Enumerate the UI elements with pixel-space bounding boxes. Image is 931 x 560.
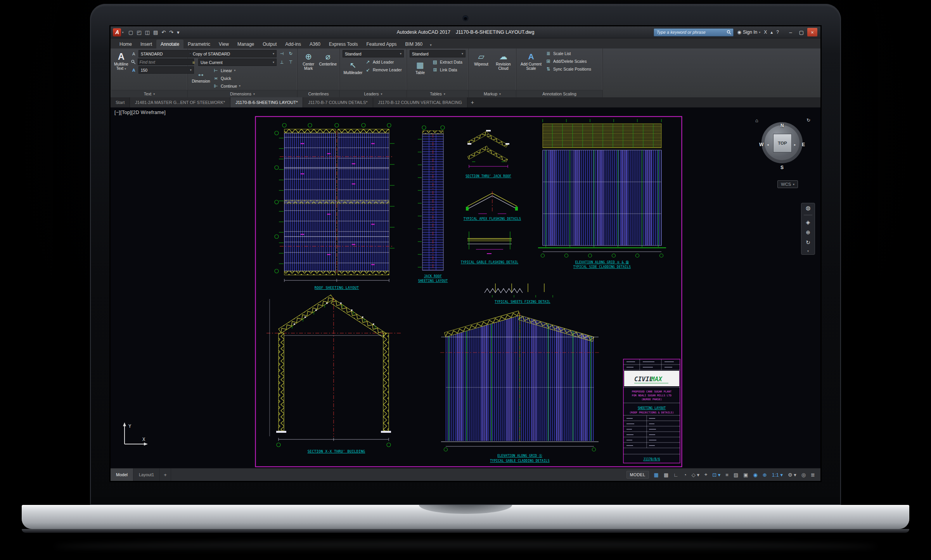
ribbon-tab-insert[interactable]: Insert	[136, 40, 156, 48]
add-leader-button[interactable]: ↗Add Leader	[365, 59, 404, 65]
centerline-button[interactable]: ⌀ Centerline	[319, 50, 337, 89]
file-tab-start[interactable]: Start	[111, 97, 130, 107]
drawing-sheet[interactable]: ROOF SHEETING LAYOUT	[255, 116, 682, 467]
ribbon-tab-express-tools[interactable]: Express Tools	[325, 40, 362, 48]
plot-icon[interactable]: ▤	[153, 29, 158, 35]
lineweight-icon[interactable]: ≡	[725, 472, 729, 478]
roof-plan-geometry[interactable]	[275, 123, 395, 282]
multileader-button[interactable]: ↖ Multileader	[343, 59, 363, 75]
quick-dimension-button[interactable]: ≍Quick	[213, 75, 294, 81]
file-tab-column-vertical-bracing[interactable]: J1170-B-12 COLUMN VERTICAL BRACING	[373, 97, 467, 107]
section-xx-geometry[interactable]	[266, 295, 401, 447]
wcs-menu[interactable]: WCS ▾	[777, 180, 798, 188]
object-snap-icon[interactable]: ⊡ ▾	[712, 472, 720, 478]
restore-button[interactable]: ▢	[796, 28, 806, 36]
save-icon[interactable]: ◫	[145, 29, 150, 35]
section-jack-roof-geometry[interactable]	[467, 130, 509, 168]
viewcube-orbit-icon[interactable]: ↻	[806, 118, 810, 123]
gable-elevation-geometry[interactable]	[440, 311, 599, 451]
ortho-mode-icon[interactable]: ∟	[673, 472, 678, 478]
panel-title-tables[interactable]: Tables▾	[407, 90, 468, 97]
grid-display-icon[interactable]: ▦	[654, 472, 659, 478]
stay-connected-icon[interactable]: ▴	[770, 29, 773, 35]
dimension-button[interactable]: ↔ Dimension	[190, 67, 211, 83]
center-mark-button[interactable]: ⊕ Center Mark	[300, 50, 317, 89]
ribbon-tab-parametric[interactable]: Parametric	[183, 40, 215, 48]
scale-list-button[interactable]: ≣Scale List	[545, 50, 600, 57]
remove-leader-button[interactable]: ↙Remove Leader	[365, 66, 404, 73]
search-input[interactable]	[656, 29, 727, 35]
panel-title-text[interactable]: Text▾	[111, 90, 187, 97]
ribbon-tab-annotate[interactable]: Annotate	[156, 40, 183, 48]
viewcube-south[interactable]: S	[780, 165, 784, 170]
ribbon-tab-output[interactable]: Output	[258, 40, 281, 48]
text-height-select[interactable]: 150▾	[138, 66, 194, 74]
undo-icon[interactable]: ↶	[161, 29, 166, 35]
redo-icon[interactable]: ↷	[169, 29, 173, 35]
exchange-apps-icon[interactable]: X	[764, 29, 767, 35]
qat-menu-icon[interactable]: ▾	[177, 29, 180, 35]
dim-update-icon[interactable]: ↻	[287, 50, 294, 57]
file-tab-column-details[interactable]: J1170-B-7 COLUMN DETAILS*	[303, 97, 373, 107]
dim-adjust-space-icon[interactable]: ⊤	[287, 59, 294, 66]
jack-roof-geometry[interactable]	[418, 126, 445, 270]
minimize-button[interactable]: –	[786, 28, 796, 36]
add-delete-scales-button[interactable]: ⊞Add/Delete Scales	[545, 58, 600, 64]
ribbon-tab-home[interactable]: Home	[115, 40, 136, 48]
transparency-icon[interactable]: ▨	[734, 472, 738, 478]
dim-layer-select[interactable]: Use Current▾	[198, 59, 277, 66]
new-layout-button[interactable]: +	[160, 468, 171, 481]
ribbon-display-toggle-icon[interactable]: ▾	[427, 41, 435, 48]
customization-icon[interactable]: ≣	[811, 472, 815, 478]
linear-dimension-button[interactable]: ⊢Linear▾	[213, 67, 294, 74]
viewcube-north[interactable]: N	[780, 123, 784, 128]
link-data-button[interactable]: ⊞Link Data	[432, 66, 466, 73]
new-file-icon[interactable]: ▢	[128, 29, 133, 35]
multiline-text-button[interactable]: A Multiline Text ▾	[114, 50, 128, 89]
dim-style-select[interactable]: Copy of STANDARD▾	[190, 50, 277, 57]
add-current-scale-button[interactable]: A Add Current Scale	[519, 50, 543, 89]
annotation-scale-button[interactable]: 1:1 ▾	[772, 472, 783, 478]
table-style-select[interactable]: Standard▾	[410, 50, 466, 57]
ribbon-tab-featured-apps[interactable]: Featured Apps	[362, 40, 401, 48]
sheets-fixing-geometry[interactable]	[485, 283, 553, 297]
help-icon[interactable]: ?	[776, 29, 779, 35]
polar-tracking-icon[interactable]: ◔	[684, 472, 687, 478]
viewcube-rotate-left-icon[interactable]: ◂	[767, 143, 769, 147]
workspace-switching-icon[interactable]: ⚙ ▾	[788, 472, 796, 478]
table-button[interactable]: ▦ Table	[410, 59, 431, 75]
model-space-button[interactable]: MODEL	[626, 471, 649, 479]
mleader-style-select[interactable]: Standard▾	[343, 50, 404, 57]
file-tab-sheeting-layout[interactable]: J1170-B-6-SHEETING LAYOUT*	[230, 97, 303, 107]
wipeout-button[interactable]: ▱ Wipeout	[471, 50, 491, 89]
viewcube[interactable]: ⌂ ↻ N S W E ◂ ▸ TOP	[753, 118, 811, 176]
ribbon-tab-bim360[interactable]: BIM 360	[401, 40, 427, 48]
ribbon-tab-view[interactable]: View	[215, 40, 233, 48]
panel-title-leaders[interactable]: Leaders▾	[340, 90, 407, 97]
dim-break-icon[interactable]: ⊥	[278, 59, 286, 66]
panel-title-centerlines[interactable]: Centerlines	[298, 90, 339, 97]
side-elevation-geometry[interactable]	[538, 119, 666, 258]
application-menu-button[interactable]: A ▾	[111, 26, 126, 38]
find-text-input[interactable]	[138, 59, 194, 65]
isolate-objects-icon[interactable]: ◎	[801, 472, 806, 478]
panel-title-annotation-scaling[interactable]: Annotation Scaling	[516, 90, 602, 97]
file-tab-master-arrangement[interactable]: J1481-2A MASTER G...ENT OF STEELWORK*	[130, 97, 230, 107]
apex-flashing-geometry[interactable]	[466, 191, 518, 214]
object-snap-tracking-icon[interactable]: ⌖	[704, 472, 707, 478]
panel-title-markup[interactable]: Markup▾	[469, 90, 516, 97]
annotation-visibility-icon[interactable]: ◉	[753, 472, 757, 478]
viewcube-top-face[interactable]: TOP	[773, 134, 792, 152]
ribbon-tab-manage[interactable]: Manage	[233, 40, 258, 48]
chevron-down-icon[interactable]: ▾	[807, 249, 809, 253]
title-block[interactable]: CIVIL MAX PROPOSED CANE SUGAR PLANT FOR …	[623, 359, 680, 463]
new-drawing-tab-button[interactable]: +	[467, 97, 478, 107]
selection-cycling-icon[interactable]: ▣	[743, 472, 748, 478]
viewcube-west[interactable]: W	[759, 142, 763, 147]
close-button[interactable]: ×	[807, 28, 817, 36]
viewcube-east[interactable]: E	[802, 142, 805, 147]
panel-title-dimensions[interactable]: Dimensions▾	[188, 90, 297, 97]
orbit-icon[interactable]: ↻	[806, 239, 810, 245]
gable-flashing-geometry[interactable]	[467, 232, 512, 254]
viewport-controls[interactable]: [−][Top][2D Wireframe]	[114, 110, 166, 115]
